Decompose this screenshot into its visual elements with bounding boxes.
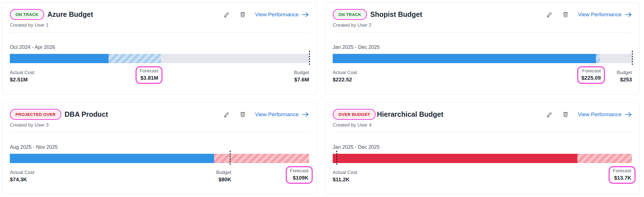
trash-icon <box>239 11 246 18</box>
edit-button[interactable] <box>224 111 230 118</box>
budget-marker-line <box>632 51 633 66</box>
card-title: Shopist Budget <box>370 10 422 19</box>
metric-value: $253 <box>617 77 632 83</box>
metric-forecast: Forecast $109K <box>286 166 313 184</box>
view-performance-link[interactable]: View Performance <box>578 111 632 118</box>
edit-button[interactable] <box>224 11 230 18</box>
date-range: Jan 2025 - Dec 2025 <box>333 44 632 50</box>
created-by: Created by User 4 <box>333 122 632 128</box>
metric-value: $225.09 <box>582 75 601 81</box>
metric-label: Forecast <box>613 168 631 174</box>
annotation-ring: OVER BUDGET <box>333 109 376 120</box>
budget-marker-line <box>309 51 310 66</box>
metric-value: $7.6M <box>294 77 309 83</box>
delete-button[interactable] <box>239 111 246 118</box>
card-actions: View Performance <box>224 111 309 118</box>
date-range: Oct 2024 - Apr 2026 <box>10 44 309 50</box>
forecast-bar-segment <box>214 154 309 163</box>
budget-card: OVER BUDGET Hierarchical Budget View Per… <box>325 102 640 194</box>
budget-marker-line <box>336 151 337 166</box>
status-badge: OVER BUDGET <box>334 111 374 118</box>
budget-marker-line <box>230 151 231 166</box>
card-header: OVER BUDGET Hierarchical Budget View Per… <box>333 109 632 120</box>
divider <box>333 132 632 132</box>
metric-label: Forecast <box>582 68 601 74</box>
forecast-bar-segment <box>596 54 600 63</box>
budget-cards-grid: ON TRACK Azure Budget View Performance C… <box>2 3 640 194</box>
metrics-row: Actual Cost $222.52 Forecast $225.09 Bud… <box>333 68 632 85</box>
view-performance-link[interactable]: View Performance <box>578 12 632 18</box>
metric-label: Forecast <box>139 68 158 74</box>
card-actions: View Performance <box>546 11 632 18</box>
metric-budget: Budget $7.6M <box>294 70 309 83</box>
divider <box>10 132 309 132</box>
budget-card: PROJECTED OVER DBA Product View Performa… <box>2 102 317 194</box>
date-range: Aug 2025 - Nov 2025 <box>10 144 309 150</box>
pencil-icon <box>546 111 553 118</box>
divider <box>10 32 309 33</box>
pencil-icon <box>224 111 230 118</box>
metric-label: Actual Cost <box>333 70 357 75</box>
metric-forecast: Forecast $225.09 <box>577 66 605 84</box>
view-performance-link[interactable]: View Performance <box>255 12 309 18</box>
metric-value: $80K <box>216 177 231 183</box>
metric-label: Actual Cost <box>10 70 34 75</box>
metrics-row: Actual Cost $2.51M Forecast $3.81M Budge… <box>10 68 309 85</box>
status-badge: ON TRACK <box>334 11 365 18</box>
annotation-ring: PROJECTED OVER <box>10 109 61 120</box>
metric-value: $109K <box>290 175 309 181</box>
view-performance-label: View Performance <box>578 111 622 118</box>
progress-bar <box>10 154 309 163</box>
created-by: Created by User 1 <box>10 22 309 28</box>
card-title: Azure Budget <box>48 10 93 19</box>
metric-label: Budget <box>617 70 632 75</box>
actual-cost-bar-segment <box>10 54 109 63</box>
metric-budget: Budget $253 <box>617 70 632 83</box>
edit-button[interactable] <box>546 11 553 18</box>
view-performance-label: View Performance <box>578 12 622 18</box>
view-performance-label: View Performance <box>255 12 299 18</box>
trash-icon <box>239 111 246 118</box>
view-performance-link[interactable]: View Performance <box>255 111 309 118</box>
delete-button[interactable] <box>562 11 569 18</box>
delete-button[interactable] <box>562 111 569 118</box>
forecast-bar-segment <box>109 54 161 63</box>
forecast-bar-segment <box>577 154 632 163</box>
divider <box>333 32 632 33</box>
arrow-right-icon <box>302 12 309 18</box>
status-badge: PROJECTED OVER <box>12 111 60 118</box>
pencil-icon <box>546 11 553 18</box>
annotation-ring: ON TRACK <box>10 9 44 20</box>
progress-bar <box>333 54 632 63</box>
delete-button[interactable] <box>239 11 246 18</box>
actual-cost-bar-segment <box>10 154 214 163</box>
metric-label: Forecast <box>290 168 309 174</box>
edit-button[interactable] <box>546 111 553 118</box>
card-header: ON TRACK Shopist Budget View Performance <box>333 9 632 20</box>
metric-actual-cost: Actual Cost $74.3K <box>10 170 34 183</box>
metric-forecast: Forecast $13.7K <box>609 166 636 184</box>
trash-icon <box>562 11 569 18</box>
metric-label: Budget <box>216 170 231 175</box>
progress-bar <box>333 154 632 163</box>
pencil-icon <box>224 11 230 18</box>
metric-label: Actual Cost <box>10 170 34 175</box>
metric-value: $222.52 <box>333 77 357 83</box>
date-range: Jan 2025 - Dec 2025 <box>333 144 632 150</box>
card-header: ON TRACK Azure Budget View Performance <box>10 9 309 20</box>
metrics-row: Actual Cost $74.3K Budget $80K Forecast … <box>10 168 309 185</box>
budget-card: ON TRACK Azure Budget View Performance C… <box>2 3 317 95</box>
card-header: PROJECTED OVER DBA Product View Performa… <box>10 109 309 120</box>
metrics-row: Actual Cost $11.2K Forecast $13.7K <box>333 168 632 185</box>
metric-value: $13.7K <box>613 175 631 181</box>
metric-forecast: Forecast $3.81M <box>135 66 162 84</box>
card-actions: View Performance <box>224 11 309 18</box>
created-by: Created by User 2 <box>333 22 632 28</box>
progress-bar <box>10 54 309 63</box>
metric-actual-cost: Actual Cost $11.2K <box>333 170 357 183</box>
view-performance-label: View Performance <box>255 111 299 118</box>
metric-value: $2.51M <box>10 77 34 83</box>
card-title: Hierarchical Budget <box>377 110 443 118</box>
metric-value: $3.81M <box>139 75 158 81</box>
arrow-right-icon <box>625 12 632 18</box>
